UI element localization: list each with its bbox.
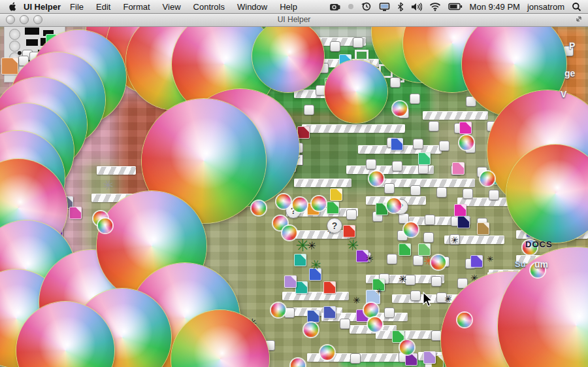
color-square bbox=[399, 243, 411, 256]
white-rounded-square bbox=[410, 94, 420, 104]
color-square bbox=[391, 138, 403, 150]
white-rounded-square bbox=[340, 319, 350, 329]
resize-arrow-icon[interactable] bbox=[575, 14, 583, 26]
apple-menu-icon[interactable] bbox=[8, 1, 17, 12]
menu-bar-clock[interactable]: Mon 9:49 PM bbox=[470, 2, 520, 12]
white-rounded-square bbox=[304, 105, 314, 115]
mini-pinwheel bbox=[276, 194, 291, 209]
palette-color-square bbox=[1, 58, 18, 75]
glitch-text-fragment: ge bbox=[564, 68, 575, 79]
white-rounded-square bbox=[353, 37, 363, 48]
menu-item-view[interactable]: View bbox=[163, 2, 181, 12]
white-rounded-square bbox=[413, 139, 423, 149]
white-rounded-square bbox=[418, 164, 429, 174]
menu-bar-status-area: Mon 9:49 PM jonsatrom bbox=[329, 1, 588, 12]
mini-pinwheel bbox=[369, 171, 384, 186]
striped-bar bbox=[423, 111, 488, 120]
battery-icon[interactable] bbox=[448, 3, 463, 10]
mini-pinwheel bbox=[387, 198, 401, 213]
color-square bbox=[323, 281, 336, 294]
menu-bar-user[interactable]: jonsatrom bbox=[527, 2, 564, 12]
white-rounded-square bbox=[410, 290, 421, 301]
dimmed-dot-icon[interactable] bbox=[348, 3, 354, 10]
mini-pinwheel bbox=[320, 345, 335, 360]
menu-item-format[interactable]: Format bbox=[123, 2, 150, 12]
white-rounded-square bbox=[284, 307, 295, 318]
window-title: UI Helper bbox=[0, 15, 588, 24]
mini-pinwheel bbox=[304, 323, 318, 337]
white-rounded-square bbox=[429, 121, 439, 131]
white-rounded-square bbox=[346, 209, 357, 220]
white-rounded-square bbox=[489, 190, 499, 200]
menu-item-file[interactable]: File bbox=[70, 2, 84, 12]
white-rounded-square bbox=[366, 159, 376, 169]
white-rounded-square bbox=[384, 183, 395, 194]
screen: UI Helper FileEditFormatViewControlsWind… bbox=[0, 0, 588, 367]
mini-pinwheel bbox=[393, 101, 407, 116]
white-rounded-square bbox=[431, 276, 442, 287]
volume-icon[interactable] bbox=[411, 2, 422, 12]
color-square bbox=[330, 188, 342, 201]
white-rounded-square bbox=[330, 41, 340, 52]
color-square bbox=[477, 222, 489, 235]
starburst-glyph: ✳ bbox=[353, 296, 361, 305]
white-rounded-square bbox=[436, 187, 447, 198]
displays-icon[interactable] bbox=[379, 2, 390, 12]
mini-pinwheel bbox=[252, 201, 266, 215]
color-square bbox=[297, 126, 310, 139]
white-rounded-square bbox=[384, 307, 395, 318]
color-square bbox=[323, 306, 336, 319]
color-square bbox=[454, 204, 466, 217]
striped-bar bbox=[294, 179, 351, 187]
color-square bbox=[307, 310, 319, 323]
mini-pinwheel bbox=[282, 226, 297, 240]
color-square bbox=[470, 255, 483, 268]
bluetooth-icon[interactable] bbox=[397, 2, 404, 12]
glitch-text-fragment: P bbox=[569, 41, 575, 51]
menu-item-edit[interactable]: Edit bbox=[96, 2, 110, 12]
spinning-wait-cursor-ball bbox=[325, 60, 387, 123]
wifi-icon[interactable] bbox=[429, 2, 441, 11]
white-rounded-square bbox=[431, 330, 442, 341]
spotlight-search-icon[interactable] bbox=[572, 2, 581, 12]
mini-pinwheel bbox=[404, 222, 418, 237]
menu-item-controls[interactable]: Controls bbox=[193, 2, 225, 12]
window-titlebar[interactable]: UI Helper bbox=[0, 13, 588, 27]
palette-black-rect bbox=[25, 27, 39, 35]
starburst-glyph: ✳ bbox=[398, 274, 408, 285]
white-rounded-square bbox=[410, 185, 421, 196]
white-rounded-square bbox=[439, 141, 449, 151]
white-rounded-square bbox=[399, 213, 409, 224]
palette-radio-circle bbox=[9, 41, 20, 52]
white-rounded-square bbox=[350, 353, 361, 364]
mini-pinwheel bbox=[400, 340, 414, 355]
color-square bbox=[452, 162, 465, 175]
white-rounded-square bbox=[387, 254, 397, 264]
mini-pinwheel bbox=[368, 317, 382, 332]
menu-item-window[interactable]: Window bbox=[237, 2, 267, 12]
app-name[interactable]: UI Helper bbox=[24, 2, 61, 12]
mini-pinwheel bbox=[364, 303, 378, 317]
mini-pinwheel bbox=[480, 171, 495, 186]
color-square bbox=[295, 281, 308, 294]
mini-pinwheel bbox=[431, 255, 446, 270]
white-rounded-square bbox=[463, 188, 473, 199]
palette-radio-circle bbox=[9, 29, 20, 40]
mini-pinwheel bbox=[293, 198, 307, 212]
color-square bbox=[423, 351, 436, 364]
camera-icon[interactable] bbox=[329, 2, 340, 11]
color-square bbox=[405, 353, 417, 366]
white-rounded-square bbox=[390, 77, 400, 88]
color-square bbox=[327, 201, 339, 214]
palette-dot bbox=[18, 51, 22, 55]
time-machine-icon[interactable] bbox=[361, 1, 372, 12]
palette-black-rect bbox=[26, 39, 38, 46]
mini-pinwheel bbox=[312, 196, 326, 211]
white-rounded-square bbox=[425, 215, 435, 225]
menu-items: FileEditFormatViewControlsWindowHelp bbox=[70, 2, 297, 12]
color-square bbox=[457, 216, 470, 228]
mini-pinwheel bbox=[457, 313, 472, 327]
mini-pinwheel bbox=[98, 218, 112, 233]
glitch-text-fragment: V bbox=[561, 89, 566, 99]
menu-item-help[interactable]: Help bbox=[280, 2, 297, 12]
